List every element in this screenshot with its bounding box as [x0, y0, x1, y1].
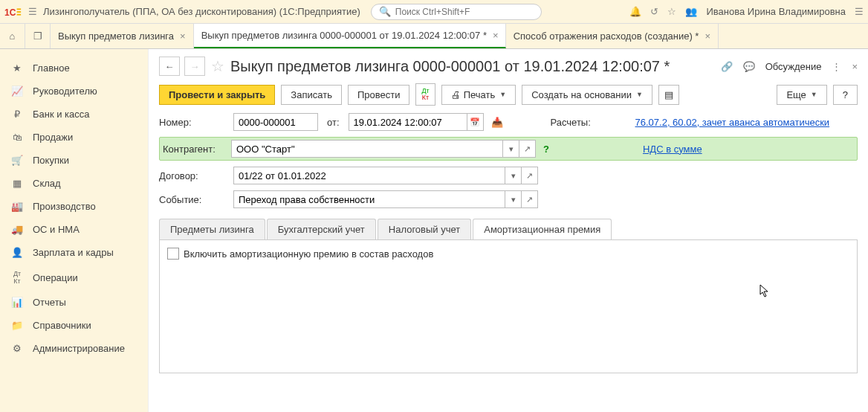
doc-tab-1[interactable]: Выкуп предметов лизинга 0000-000001 от 1…	[194, 24, 506, 48]
close-icon[interactable]: ×	[180, 30, 186, 42]
doc-tab-label: Способ отражения расходов (создание) *	[514, 30, 699, 42]
include-premium-checkbox[interactable]	[167, 248, 179, 260]
sidebar-item-catalogs[interactable]: 📁Справочники	[0, 314, 148, 337]
sidebar: ★Главное 📈Руководителю ₽Банк и касса 🛍Пр…	[0, 49, 149, 412]
chevron-down-icon[interactable]: ▾	[505, 190, 522, 208]
close-icon[interactable]: ×	[705, 30, 710, 42]
bell-icon[interactable]: 🔔	[629, 6, 641, 17]
document-tabs: ⌂ ❐ Выкуп предметов лизинга × Выкуп пред…	[0, 24, 868, 49]
global-search[interactable]: 🔍	[371, 4, 542, 20]
contract-label: Договор:	[159, 170, 230, 181]
open-icon[interactable]: ↗	[519, 140, 536, 158]
star-icon[interactable]: ☆	[667, 6, 676, 17]
calc-link[interactable]: 76.07.2, 60.02, зачет аванса автоматичес…	[635, 117, 830, 128]
svg-text:1С: 1С	[4, 7, 16, 17]
close-icon[interactable]: ×	[852, 61, 858, 72]
sidebar-item-operations[interactable]: ДтКтОперации	[0, 264, 148, 291]
chevron-down-icon: ▼	[499, 91, 506, 98]
user-name[interactable]: Иванова Ирина Владимировна	[706, 6, 846, 17]
sidebar-item-reports[interactable]: 📊Отчеты	[0, 291, 148, 314]
print-button[interactable]: 🖨Печать▼	[441, 85, 516, 105]
counterparty-label: Контрагент:	[163, 144, 228, 155]
chevron-down-icon[interactable]: ▾	[505, 167, 522, 184]
content-area: ← → ☆ Выкуп предметов лизинга 0000-00000…	[149, 49, 868, 412]
help-button[interactable]: ?	[833, 85, 858, 105]
kebab-icon[interactable]: ⋮	[832, 61, 841, 72]
registry-button[interactable]: ▤	[658, 85, 679, 105]
bars-icon: 📊	[10, 297, 24, 308]
counterparty-input[interactable]	[231, 140, 503, 158]
menu-bars-icon[interactable]: ☰	[855, 6, 864, 17]
open-icon[interactable]: ↗	[522, 190, 538, 208]
chevron-down-icon: ▼	[636, 91, 643, 98]
close-icon[interactable]: ×	[493, 30, 499, 41]
history-icon[interactable]: ↺	[650, 6, 658, 17]
tab-tax[interactable]: Налоговый учет	[378, 219, 471, 239]
top-bar: 1С ☰ Лизингополучатель (ППА, ОА без диск…	[0, 0, 868, 24]
factory-icon: 🏭	[10, 201, 24, 212]
event-label: Событие:	[159, 194, 230, 205]
main-menu-icon[interactable]: ☰	[28, 6, 37, 17]
link-icon[interactable]: 🔗	[721, 61, 733, 72]
printer-icon: 🖨	[451, 89, 461, 100]
windows-tab[interactable]: ❐	[25, 24, 51, 48]
search-input[interactable]	[395, 7, 534, 17]
person-icon: 👤	[10, 247, 24, 258]
dtkt-button[interactable]: ДтКт	[415, 83, 435, 106]
date-input[interactable]	[349, 113, 467, 131]
tab-accounting[interactable]: Бухгалтерский учет	[267, 219, 376, 239]
chevron-down-icon: ▼	[811, 91, 817, 98]
user-icon[interactable]: 👥	[685, 6, 697, 17]
create-based-button[interactable]: Создать на основании▼	[522, 85, 652, 105]
doc-tab-2[interactable]: Способ отражения расходов (создание) * ×	[506, 24, 719, 48]
chart-up-icon: 📈	[10, 86, 24, 97]
star-icon: ★	[10, 62, 24, 74]
save-button[interactable]: Записать	[281, 85, 342, 105]
sidebar-item-purchases[interactable]: 🛒Покупки	[0, 149, 148, 172]
sidebar-item-sales[interactable]: 🛍Продажи	[0, 126, 148, 149]
sidebar-item-manager[interactable]: 📈Руководителю	[0, 80, 148, 103]
toolbar: Провести и закрыть Записать Провести ДтК…	[149, 79, 868, 113]
app-title: Лизингополучатель (ППА, ОА без дисконтир…	[43, 6, 360, 17]
event-input[interactable]	[233, 190, 505, 208]
boxes-icon: ▦	[10, 178, 24, 189]
folder-icon: 📁	[10, 320, 24, 331]
doc-tab-0[interactable]: Выкуп предметов лизинга ×	[51, 24, 194, 48]
post-and-close-button[interactable]: Провести и закрыть	[159, 85, 275, 105]
sidebar-item-warehouse[interactable]: ▦Склад	[0, 172, 148, 195]
help-hint-icon[interactable]: ?	[543, 144, 549, 155]
discuss-icon[interactable]: 💬	[743, 61, 755, 72]
more-button[interactable]: Еще▼	[777, 85, 826, 105]
svg-rect-3	[17, 13, 22, 15]
fill-icon[interactable]: 📥	[491, 117, 503, 128]
post-button[interactable]: Провести	[348, 85, 410, 105]
tab-leasing-items[interactable]: Предметы лизинга	[159, 219, 265, 239]
vat-link[interactable]: НДС в сумме	[643, 144, 702, 155]
number-label: Номер:	[159, 117, 230, 128]
contract-input[interactable]	[233, 167, 505, 184]
nav-back-button[interactable]: ←	[159, 57, 180, 76]
favorite-star-icon[interactable]: ☆	[211, 57, 224, 75]
sidebar-item-assets[interactable]: 🚚ОС и НМА	[0, 218, 148, 241]
dtkt-icon: ДтКт	[10, 270, 24, 285]
tab-amort-premium[interactable]: Амортизационная премия	[473, 219, 612, 239]
open-icon[interactable]: ↗	[522, 167, 538, 184]
from-label: от:	[327, 117, 340, 128]
tab-pane: Включить амортизационную премию в состав…	[159, 239, 858, 373]
gear-icon: ⚙	[10, 343, 24, 354]
form: Номер: от: 📅 📥 Расчеты: 76.07.2, 60.02, …	[149, 113, 868, 214]
sidebar-item-hr[interactable]: 👤Зарплата и кадры	[0, 241, 148, 264]
doc-tab-label: Выкуп предметов лизинга 0000-000001 от 1…	[201, 30, 487, 41]
calendar-icon[interactable]: 📅	[467, 113, 484, 131]
search-icon: 🔍	[379, 6, 391, 17]
svg-rect-2	[17, 11, 22, 13]
chevron-down-icon[interactable]: ▾	[503, 140, 519, 158]
home-tab[interactable]: ⌂	[0, 24, 25, 48]
number-input[interactable]	[233, 113, 318, 131]
nav-forward-button[interactable]: →	[184, 57, 205, 76]
sidebar-item-admin[interactable]: ⚙Администрирование	[0, 337, 148, 360]
sidebar-item-main[interactable]: ★Главное	[0, 57, 148, 80]
discuss-label[interactable]: Обсуждение	[765, 61, 822, 72]
sidebar-item-bank[interactable]: ₽Банк и касса	[0, 103, 148, 126]
sidebar-item-production[interactable]: 🏭Производство	[0, 195, 148, 218]
